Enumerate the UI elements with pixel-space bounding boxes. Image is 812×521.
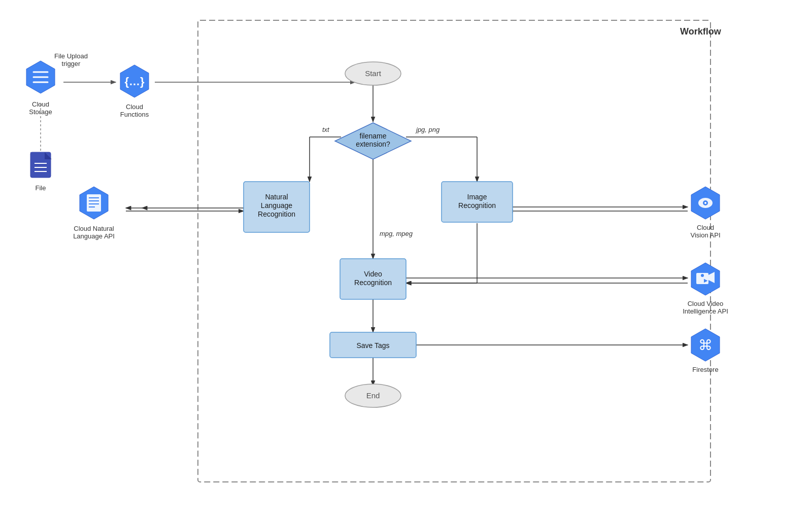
cloud-storage-label: Cloud [32, 100, 49, 108]
cloud-functions-label2: Functions [120, 111, 149, 118]
svg-text:{…}: {…} [124, 75, 145, 88]
file-label: File [36, 184, 46, 192]
svg-text:▶: ▶ [704, 278, 708, 283]
end-label: End [366, 391, 380, 400]
cloud-vision-label: Cloud [697, 224, 714, 231]
svg-text:⌘: ⌘ [698, 337, 713, 353]
filename-extension-label2: extension? [356, 140, 390, 148]
txt-label: txt [322, 126, 330, 133]
svg-rect-29 [30, 152, 45, 159]
jpg-png-label: jpg, png [415, 126, 440, 133]
cloud-storage-label2: Storage [29, 108, 52, 116]
cloud-natural-language-label2: Language API [73, 232, 115, 240]
video-recognition-label2: Recognition [354, 279, 392, 287]
image-recognition-label2: Recognition [458, 201, 496, 210]
nlr-label2: Language [261, 201, 293, 210]
mpg-mpeg-label: mpg, mpeg [380, 230, 413, 237]
svg-rect-37 [87, 194, 101, 212]
nlr-label3: Recognition [258, 210, 295, 218]
workflow-label: Workflow [680, 26, 722, 37]
diagram-container: Workflow File Upload trigger txt jpg, pn… [0, 0, 812, 521]
filename-extension-label: filename [360, 132, 387, 140]
file-upload-trigger-label2: trigger [62, 60, 81, 67]
video-recognition-label: Video [364, 270, 382, 278]
nlr-label: Natural [265, 193, 288, 201]
svg-point-45 [704, 202, 706, 204]
cloud-video-label: Cloud Video [688, 300, 724, 307]
firestore-label: Firestore [692, 366, 718, 373]
svg-point-49 [701, 274, 704, 277]
save-tags-label: Save Tags [356, 341, 389, 350]
cloud-functions-label: Cloud [126, 103, 143, 111]
cloud-natural-language-label: Cloud Natural [74, 225, 114, 232]
cloud-vision-label2: Vision API [690, 231, 720, 239]
file-upload-trigger-label: File Upload [54, 52, 88, 60]
cloud-video-label2: Intelligence API [683, 307, 728, 315]
start-label: Start [365, 69, 382, 78]
file-node [30, 152, 52, 178]
image-recognition-label: Image [467, 193, 487, 201]
